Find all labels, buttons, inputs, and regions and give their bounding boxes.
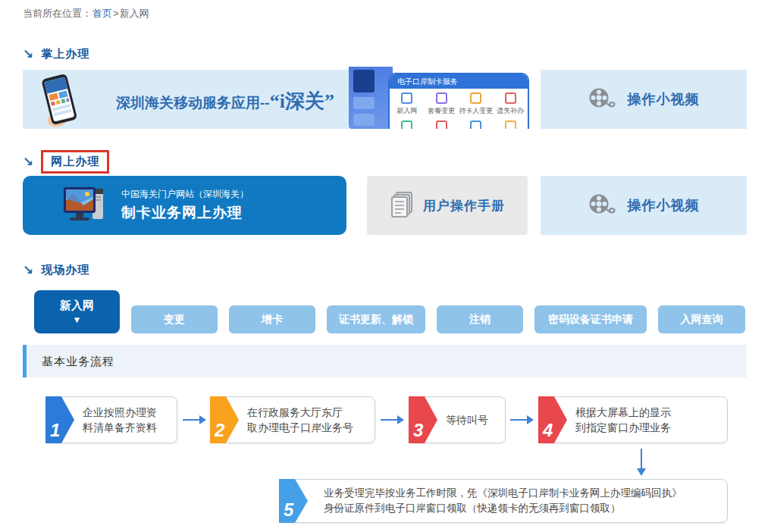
app-card: 电子口岸制卡服务 新入网 套餐变更 持卡人变更 遗失补办	[388, 73, 529, 129]
mobile-video-label: 操作小视频	[628, 90, 700, 108]
app-screenshot: 电子口岸制卡服务 新入网 套餐变更 持卡人变更 遗失补办	[349, 67, 531, 129]
portal-card-text: 中国海关门户网站（深圳海关） 制卡业务网上办理	[121, 188, 249, 223]
cardholder-change-icon	[470, 92, 481, 104]
user-manual-button[interactable]: 用户操作手册	[367, 176, 528, 235]
tab-network-query[interactable]: 入网查询	[658, 305, 745, 333]
step-number-chip: 3	[409, 396, 437, 443]
section-arrow-icon: ↘	[23, 48, 33, 61]
app-item-label: 新入网	[396, 106, 417, 116]
tab-add-card[interactable]: 增卡	[229, 305, 315, 333]
app-screenshot-sidebar	[349, 67, 393, 129]
breadcrumb-separator: >	[113, 8, 119, 19]
film-reel-icon	[588, 193, 619, 217]
step-number: 3	[413, 420, 423, 441]
online-video-button[interactable]: 操作小视频	[541, 176, 747, 235]
loss-reissue-icon	[505, 92, 516, 104]
computer-icon	[62, 184, 109, 230]
app-icon-row-2	[390, 120, 528, 129]
new-entry-icon	[401, 92, 412, 104]
film-reel-icon	[588, 87, 619, 111]
flow-step-5: 5 业务受理完毕按业务工作时限，凭《深圳电子口岸制卡业务网上办理编码回执》 身份…	[279, 479, 728, 523]
flow-header-band: 基本业务流程	[23, 345, 747, 377]
flow-step-1: 1 企业按照办理资 料清单备齐资料	[45, 396, 177, 443]
section-arrow-icon: ↘	[23, 155, 33, 168]
step-text: 等待叫号	[446, 397, 500, 443]
user-manual-label: 用户操作手册	[423, 197, 505, 214]
flow-step-3: 3 等待叫号	[409, 396, 506, 443]
lock-icon	[401, 120, 412, 129]
step-text: 企业按照办理资 料清单备齐资料	[83, 397, 172, 443]
page: 当前所在位置：首页>新入网 ↘ 掌上办理 深圳海关移动服务应用-	[0, 0, 771, 532]
accent-bar	[23, 345, 27, 377]
breadcrumb-label: 当前所在位置：	[23, 8, 92, 19]
flow-arrow-down-icon	[636, 449, 647, 477]
section-mobile-header: ↘ 掌上办理	[23, 47, 89, 61]
breadcrumb-current: 新入网	[120, 8, 149, 19]
flow-step-4: 4 根据大屏幕上的显示 到指定窗口办理业务	[538, 396, 728, 443]
app-item-label: 套餐变更	[428, 106, 455, 116]
documents-icon	[390, 191, 415, 220]
card-icon	[436, 120, 447, 129]
mobile-app-banner[interactable]: 深圳海关移动服务应用--“i深关”	[23, 70, 349, 129]
app-card-title: 电子口岸制卡服务	[390, 74, 528, 89]
breadcrumb: 当前所在位置：首页>新入网	[23, 7, 150, 20]
step-number: 1	[50, 420, 60, 441]
flow-arrow-right-icon	[510, 415, 534, 425]
app-icon-row-1: 新入网 套餐变更 持卡人变更 遗失补办	[390, 92, 528, 116]
tab-crypto-device-cert[interactable]: 密码设备证书申请	[534, 305, 647, 333]
portal-line2: 制卡业务网上办理	[121, 203, 249, 223]
breadcrumb-home-link[interactable]: 首页	[92, 8, 112, 19]
app-item-label: 持卡人变更	[459, 106, 493, 116]
tab-label: 新入网	[34, 299, 120, 313]
section-arrow-icon: ↘	[23, 264, 33, 277]
step-text: 在行政服务大厅东厅 取办理电子口岸业务号	[247, 397, 370, 443]
step-number-chip: 1	[45, 396, 74, 443]
section-online-title: 网上办理	[41, 150, 109, 174]
tab-change[interactable]: 变更	[131, 305, 218, 333]
mobile-banner-text: 深圳海关移动服务应用--“i深关”	[108, 88, 343, 114]
portal-card-button[interactable]: 中国海关门户网站（深圳海关） 制卡业务网上办理	[23, 176, 346, 235]
online-video-label: 操作小视频	[628, 196, 700, 214]
mobile-banner-text-em: “i深关”	[270, 90, 334, 112]
app-item-cardholder-change: 持卡人变更	[459, 92, 493, 116]
flow-header-title: 基本业务流程	[42, 345, 114, 377]
flow-arrow-right-icon	[381, 415, 405, 425]
section-online-header: ↘ 网上办理	[23, 150, 109, 174]
step-number: 2	[215, 420, 224, 441]
mobile-video-button[interactable]: 操作小视频	[541, 70, 747, 129]
mobile-banner-text-main: 深圳海关移动服务应用--	[116, 95, 270, 111]
tab-new-entry[interactable]: 新入网 ▼	[34, 290, 120, 333]
step-text: 业务受理完毕按业务工作时限，凭《深圳电子口岸制卡业务网上办理编码回执》 身份证原…	[324, 480, 722, 522]
flow-step-2: 2 在行政服务大厅东厅 取办理电子口岸业务号	[210, 396, 375, 443]
step-number-chip: 5	[279, 479, 308, 523]
app-item-package-change: 套餐变更	[425, 92, 458, 116]
section-onsite-title: 现场办理	[41, 263, 89, 277]
step-number: 4	[543, 420, 553, 441]
app-item-label: 遗失补办	[497, 106, 524, 116]
app-item-new-entry: 新入网	[390, 92, 424, 116]
portal-line1: 中国海关门户网站（深圳海关）	[121, 188, 249, 201]
step-number-chip: 4	[538, 396, 567, 443]
section-onsite-header: ↘ 现场办理	[23, 263, 89, 277]
caret-down-icon: ▼	[34, 315, 120, 325]
app-item-loss-reissue: 遗失补办	[494, 92, 527, 116]
flow-arrow-right-icon	[183, 415, 207, 425]
step-number: 5	[284, 499, 293, 521]
tab-cancel[interactable]: 注销	[437, 305, 523, 333]
step-text: 根据大屏幕上的显示 到指定窗口办理业务	[575, 397, 722, 443]
search-icon	[505, 120, 516, 129]
package-change-icon	[436, 92, 447, 104]
section-mobile-title: 掌上办理	[41, 47, 89, 61]
home-icon	[470, 120, 481, 129]
step-number-chip: 2	[210, 396, 239, 443]
phone-in-hand-icon	[36, 71, 83, 133]
tab-cert-renew-unlock[interactable]: 证书更新、解锁	[327, 305, 425, 333]
